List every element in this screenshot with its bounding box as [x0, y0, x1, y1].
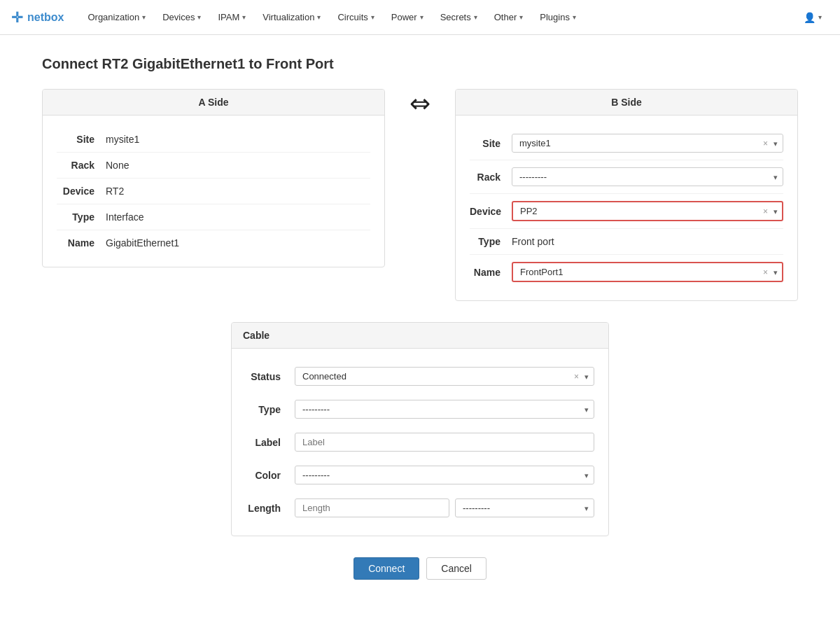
a-side-device-row: Device RT2	[57, 179, 370, 204]
cable-color-select[interactable]: ---------	[295, 466, 594, 484]
cable-length-unit-select[interactable]: ---------	[455, 498, 594, 517]
cable-label-control	[295, 433, 594, 452]
user-menu-button[interactable]: 👤 ▾	[797, 8, 829, 27]
b-name-select[interactable]: FrontPort1	[512, 262, 783, 282]
b-type-row: Type Front port	[470, 229, 783, 255]
chevron-icon: ▾	[474, 13, 477, 21]
a-name-label: Name	[57, 237, 106, 249]
connect-button[interactable]: Connect	[354, 557, 419, 580]
a-side-header: A Side	[43, 90, 384, 116]
a-rack-value: None	[106, 160, 129, 171]
cancel-button[interactable]: Cancel	[426, 557, 486, 580]
b-name-select-wrapper: FrontPort1 × ▾	[512, 262, 783, 282]
cable-status-row: Status Connected × ▾	[246, 360, 594, 393]
b-rack-select-wrapper: --------- ▾	[512, 167, 783, 186]
page-title: Connect RT2 GigabitEthernet1 to Front Po…	[42, 56, 798, 72]
nav-devices[interactable]: Devices ▾	[155, 8, 208, 27]
cable-status-label: Status	[246, 371, 295, 382]
cable-label-input[interactable]	[295, 433, 594, 452]
user-icon: 👤	[804, 12, 816, 23]
a-device-label: Device	[57, 186, 106, 197]
chevron-icon: ▾	[197, 13, 201, 21]
cable-type-row: Type --------- ▾	[246, 393, 594, 426]
b-device-clear-icon[interactable]: ×	[763, 207, 768, 216]
a-rack-label: Rack	[57, 160, 106, 171]
nav-ipam[interactable]: IPAM ▾	[211, 8, 253, 27]
cable-section: Cable Status Connected × ▾ Type --------	[231, 322, 609, 536]
a-side-panel: A Side Site mysite1 Rack None Device RT2…	[42, 89, 385, 267]
status-clear-icon[interactable]: ×	[574, 372, 579, 382]
nav-organization[interactable]: Organization ▾	[80, 8, 153, 27]
a-type-label: Type	[57, 211, 106, 223]
a-site-label: Site	[57, 134, 106, 145]
a-side-type-row: Type Interface	[57, 204, 370, 230]
b-site-clear-icon[interactable]: ×	[763, 139, 768, 148]
b-type-value: Front port	[512, 236, 554, 247]
a-side-name-row: Name GigabitEthernet1	[57, 230, 370, 256]
cable-color-row: Color --------- ▾	[246, 459, 594, 491]
b-name-label: Name	[470, 267, 512, 278]
panels-row: A Side Site mysite1 Rack None Device RT2…	[42, 89, 798, 301]
a-name-value: GigabitEthernet1	[106, 237, 179, 249]
brand-link[interactable]: ✛ netbox	[11, 9, 64, 26]
cable-header: Cable	[232, 323, 608, 349]
cable-type-label: Type	[246, 404, 295, 415]
nav-virtualization[interactable]: Virtualization ▾	[255, 8, 328, 27]
navbar: ✛ netbox Organization ▾ Devices ▾ IPAM ▾…	[0, 0, 840, 35]
brand-text: netbox	[27, 11, 64, 24]
b-rack-row: Rack --------- ▾	[470, 160, 783, 194]
a-side-body: Site mysite1 Rack None Device RT2 Type I…	[43, 116, 384, 267]
nav-power[interactable]: Power ▾	[384, 8, 430, 27]
b-side-body: Site mysite1 × ▾ Rack ---------	[456, 116, 797, 300]
b-side-panel: B Side Site mysite1 × ▾ Rack	[455, 89, 798, 301]
b-device-select[interactable]: PP2	[512, 201, 783, 221]
a-type-value: Interface	[106, 211, 144, 223]
navbar-right: 👤 ▾	[797, 8, 829, 27]
b-name-clear-icon[interactable]: ×	[763, 267, 768, 277]
a-device-value: RT2	[106, 186, 124, 197]
a-site-value: mysite1	[106, 134, 139, 145]
b-name-row: Name FrontPort1 × ▾	[470, 255, 783, 289]
cable-label-row: Label	[246, 426, 594, 459]
cable-type-select[interactable]: ---------	[295, 400, 594, 419]
b-type-label: Type	[470, 236, 512, 247]
nav-circuits[interactable]: Circuits ▾	[330, 8, 381, 27]
cable-length-row: Length --------- ▾	[246, 491, 594, 524]
cable-type-select-wrapper: --------- ▾	[295, 400, 594, 419]
chevron-icon: ▾	[242, 13, 246, 21]
cable-label-label: Label	[246, 437, 295, 448]
b-site-label: Site	[470, 138, 512, 149]
chevron-icon: ▾	[371, 13, 374, 21]
main-content: Connect RT2 GigabitEthernet1 to Front Po…	[14, 35, 826, 601]
chevron-icon: ▾	[818, 13, 822, 21]
chevron-icon: ▾	[142, 13, 146, 21]
cable-length-label: Length	[246, 503, 295, 514]
b-rack-select[interactable]: ---------	[512, 167, 783, 186]
cable-length-control: --------- ▾	[295, 498, 594, 517]
b-rack-label: Rack	[470, 172, 512, 183]
nav-other[interactable]: Other ▾	[487, 8, 531, 27]
b-device-label: Device	[470, 206, 512, 217]
b-device-row: Device PP2 × ▾	[470, 194, 783, 229]
b-site-row: Site mysite1 × ▾	[470, 127, 783, 160]
cable-body: Status Connected × ▾ Type --------- ▾	[232, 349, 608, 536]
a-side-rack-row: Rack None	[57, 153, 370, 179]
action-row: Connect Cancel	[42, 557, 798, 580]
arrow-divider: ⇔	[385, 89, 455, 118]
b-device-select-wrapper: PP2 × ▾	[512, 201, 783, 221]
cable-length-input[interactable]	[295, 498, 449, 517]
cable-color-label: Color	[246, 470, 295, 481]
cable-color-select-wrapper: --------- ▾	[295, 466, 594, 484]
double-arrow-icon: ⇔	[410, 89, 430, 118]
cable-status-select[interactable]: Connected	[295, 367, 594, 386]
cable-status-select-wrapper: Connected × ▾	[295, 367, 594, 386]
chevron-icon: ▾	[317, 13, 321, 21]
nav-plugins[interactable]: Plugins ▾	[533, 8, 583, 27]
brand-icon: ✛	[11, 9, 23, 26]
nav-secrets[interactable]: Secrets ▾	[433, 8, 484, 27]
b-side-header: B Side	[456, 90, 797, 116]
b-site-select[interactable]: mysite1	[512, 134, 783, 153]
chevron-icon: ▾	[519, 13, 523, 21]
cable-length-unit-wrapper: --------- ▾	[455, 498, 594, 517]
nav-menu: Organization ▾ Devices ▾ IPAM ▾ Virtuali…	[80, 8, 582, 27]
